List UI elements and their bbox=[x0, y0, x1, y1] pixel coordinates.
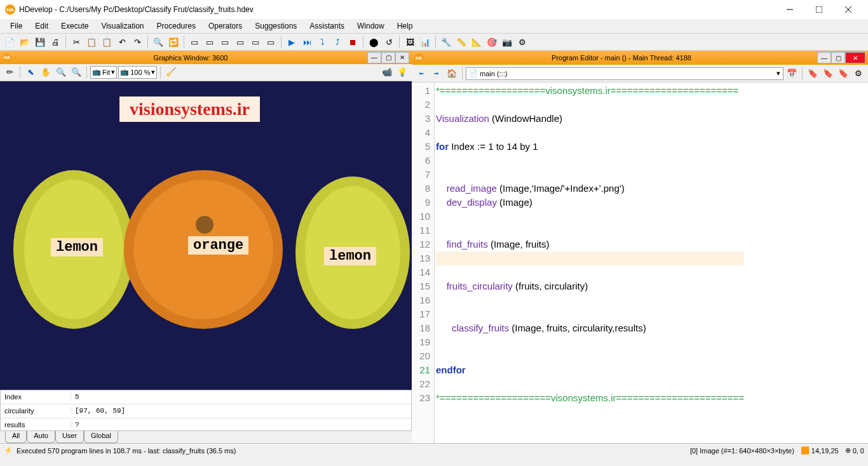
variables-icon[interactable]: 📊 bbox=[418, 35, 432, 49]
gutter: 1234567891011121314151617181920212223 bbox=[412, 83, 435, 443]
zoom-combo[interactable]: 📺 100 % ▾ bbox=[118, 66, 157, 79]
bookmark-prev-icon[interactable]: 🔖 bbox=[836, 67, 850, 81]
var-row-results[interactable]: results ? bbox=[1, 418, 411, 431]
editor-toolbar: ⬅ ➡ 🏠 📄 main (:::)▾ 📅 🔖 🔖 🔖 ⚙ bbox=[412, 65, 868, 83]
graphics-icon[interactable]: 🖼 bbox=[403, 35, 417, 49]
menu-execute[interactable]: Execute bbox=[55, 20, 95, 32]
tab-all[interactable]: All bbox=[5, 431, 27, 443]
win1-icon[interactable]: ▭ bbox=[187, 35, 201, 49]
maximize-button[interactable] bbox=[804, 0, 834, 19]
calendar-icon[interactable]: 📅 bbox=[785, 67, 799, 81]
statusbar: ⚡ Executed 570 program lines in 108.7 ms… bbox=[0, 443, 868, 457]
replace-icon[interactable]: 🔁 bbox=[166, 35, 180, 49]
open-icon[interactable]: 📂 bbox=[18, 35, 32, 49]
assist3-icon[interactable]: 📐 bbox=[470, 35, 484, 49]
minimize-button[interactable] bbox=[775, 0, 804, 19]
cut-icon[interactable]: ✂ bbox=[69, 35, 83, 49]
copy-icon[interactable]: 📋 bbox=[85, 35, 98, 49]
step-out-icon[interactable]: ⤴ bbox=[330, 35, 344, 49]
print-icon[interactable]: 🖨 bbox=[48, 35, 62, 49]
editor-panel: HA Program Editor - main () - Main Threa… bbox=[412, 51, 868, 443]
run-icon[interactable]: ▶ bbox=[285, 35, 299, 49]
var-tabs: All Auto User Global bbox=[0, 431, 412, 443]
graphics-title-text: Graphics Window: 3600 bbox=[14, 54, 367, 62]
fit-combo[interactable]: 📺 Fit ▾ bbox=[90, 66, 117, 79]
graphics-titlebar: HA Graphics Window: 3600 — ▢ ✕ bbox=[0, 51, 412, 64]
tab-user[interactable]: User bbox=[55, 431, 84, 443]
win3-icon[interactable]: ▭ bbox=[218, 35, 232, 49]
var-row-circularity[interactable]: circularity [97, 60, 59] bbox=[1, 404, 411, 418]
home-icon[interactable]: 🏠 bbox=[445, 67, 459, 81]
pe-close-button[interactable]: ✕ bbox=[845, 52, 865, 63]
save-icon[interactable]: 💾 bbox=[33, 35, 47, 49]
hand-icon[interactable]: ✋ bbox=[39, 65, 53, 79]
gw-max-button[interactable]: ▢ bbox=[381, 52, 395, 63]
paste-icon[interactable]: 📋 bbox=[100, 35, 114, 49]
pe-max-button[interactable]: ▢ bbox=[831, 52, 845, 63]
menu-assistants[interactable]: Assistants bbox=[303, 20, 351, 32]
zoom-in-icon[interactable]: 🔍 bbox=[54, 65, 68, 79]
menu-procedures[interactable]: Procedures bbox=[151, 20, 202, 32]
breakpoint-icon[interactable]: ⬤ bbox=[367, 35, 381, 49]
proc-label: main (:::) bbox=[480, 70, 507, 77]
menu-help[interactable]: Help bbox=[391, 20, 419, 32]
assist5-icon[interactable]: 📷 bbox=[500, 35, 514, 49]
menu-edit[interactable]: Edit bbox=[29, 20, 55, 32]
gw-min-button[interactable]: — bbox=[367, 52, 381, 63]
fit-label: Fit bbox=[102, 69, 110, 76]
graphics-canvas[interactable]: visionsystems.ir lemon orange lemon bbox=[0, 81, 412, 390]
label-orange: orange bbox=[188, 236, 248, 255]
undo-icon[interactable]: ↶ bbox=[115, 35, 129, 49]
forward-icon[interactable]: ➡ bbox=[430, 67, 444, 81]
svg-rect-1 bbox=[816, 6, 822, 13]
graphics-toolbar: ✏ ⬉ ✋ 🔍 🔍 📺 Fit ▾ 📺 100 % ▾ 🧹 📹 💡 bbox=[0, 64, 412, 81]
code-body[interactable]: *===================visonsystems.ir=====… bbox=[435, 83, 745, 443]
pencil-icon[interactable]: ✏ bbox=[3, 65, 17, 79]
zoom-out-icon[interactable]: 🔍 bbox=[69, 65, 83, 79]
lightbulb-icon[interactable]: 💡 bbox=[395, 65, 409, 79]
tab-global[interactable]: Global bbox=[84, 431, 118, 443]
svg-point-8 bbox=[196, 216, 214, 234]
menu-suggestions[interactable]: Suggestions bbox=[248, 20, 303, 32]
assist6-icon[interactable]: ⚙ bbox=[515, 35, 529, 49]
bookmark-icon[interactable]: 🔖 bbox=[806, 67, 820, 81]
settings-icon[interactable]: ⚙ bbox=[851, 67, 865, 81]
win2-icon[interactable]: ▭ bbox=[203, 35, 217, 49]
code-editor[interactable]: 1234567891011121314151617181920212223 *=… bbox=[412, 83, 868, 443]
redo-icon[interactable]: ↷ bbox=[130, 35, 144, 49]
color-icon: 🟧 bbox=[801, 446, 810, 455]
menu-visualization[interactable]: Visualization bbox=[95, 20, 150, 32]
editor-title-text: Program Editor - main () - Main Thread: … bbox=[426, 54, 817, 62]
assist1-icon[interactable]: 🔧 bbox=[439, 35, 453, 49]
new-icon[interactable]: 📄 bbox=[3, 35, 17, 49]
close-button[interactable] bbox=[834, 0, 863, 19]
pointer-icon[interactable]: ⬉ bbox=[24, 65, 37, 79]
watermark: visionsystems.ir bbox=[119, 97, 260, 122]
back-icon[interactable]: ⬅ bbox=[414, 67, 428, 81]
menu-window[interactable]: Window bbox=[351, 20, 391, 32]
assist2-icon[interactable]: 📏 bbox=[454, 35, 468, 49]
pe-min-button[interactable]: — bbox=[817, 52, 831, 63]
step-over-icon[interactable]: ⏭ bbox=[300, 35, 314, 49]
zoom-label: 100 % bbox=[130, 69, 150, 76]
menu-file[interactable]: File bbox=[4, 20, 29, 32]
label-lemon2: lemon bbox=[324, 247, 376, 265]
win5-icon[interactable]: ▭ bbox=[248, 35, 262, 49]
win4-icon[interactable]: ▭ bbox=[233, 35, 247, 49]
clear-icon[interactable]: 🧹 bbox=[164, 65, 178, 79]
procedure-combo[interactable]: 📄 main (:::)▾ bbox=[466, 67, 783, 80]
status-pos: 0, 0 bbox=[853, 447, 864, 455]
find-icon[interactable]: 🔍 bbox=[151, 35, 165, 49]
menubar: File Edit Execute Visualization Procedur… bbox=[0, 19, 868, 33]
stop-icon[interactable]: ⏹ bbox=[346, 35, 360, 49]
bookmark-next-icon[interactable]: 🔖 bbox=[821, 67, 835, 81]
tab-auto[interactable]: Auto bbox=[27, 431, 55, 443]
gw-close-button[interactable]: ✕ bbox=[395, 52, 409, 63]
status-image: [0] Image (#=1: 640×480×3×byte) bbox=[690, 447, 794, 455]
record-icon[interactable]: 📹 bbox=[380, 65, 394, 79]
menu-operators[interactable]: Operators bbox=[202, 20, 248, 32]
reset-icon[interactable]: ↺ bbox=[382, 35, 396, 49]
step-into-icon[interactable]: ⤵ bbox=[315, 35, 329, 49]
assist4-icon[interactable]: 🎯 bbox=[485, 35, 499, 49]
win6-icon[interactable]: ▭ bbox=[264, 35, 278, 49]
